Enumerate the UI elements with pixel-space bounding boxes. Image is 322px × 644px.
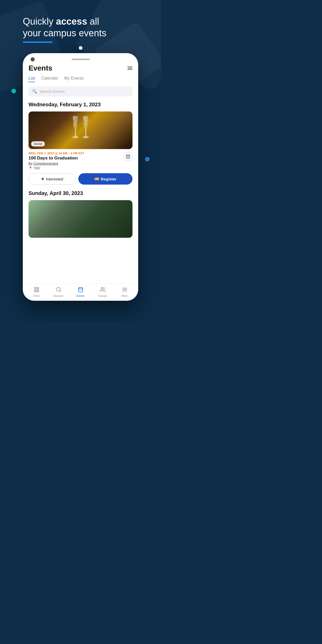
- white-dot-center: [79, 46, 82, 50]
- discover-label: Discover: [53, 295, 64, 297]
- events-icon: [78, 287, 83, 294]
- event-info-1: WED, FEB 1, 2023 @ 10 AM – 2 PM EST 100 …: [29, 152, 124, 170]
- search-icon: 🔍: [32, 89, 37, 94]
- event-card-1: Social WED, FEB 1, 2023 @ 10 AM – 2 PM E…: [29, 111, 132, 185]
- register-button[interactable]: 🎫 Register: [78, 173, 132, 185]
- event-location-1: 📍 TBD: [29, 166, 124, 170]
- svg-point-11: [85, 118, 85, 119]
- event-image-grad: [29, 200, 132, 238]
- phone-mockup: Events List Calendar My Events 🔍 Search …: [23, 53, 138, 301]
- event-datetime-1: WED, FEB 1, 2023 @ 10 AM – 2 PM EST: [29, 152, 124, 155]
- hero-underline: [23, 41, 53, 43]
- ticket-icon: 🎫: [94, 177, 99, 181]
- svg-marker-13: [83, 124, 88, 129]
- nav-item-events[interactable]: Events: [73, 287, 88, 297]
- svg-point-5: [74, 119, 75, 120]
- svg-point-2: [72, 136, 79, 138]
- search-bar[interactable]: 🔍 Search Events: [29, 86, 132, 96]
- tab-bar: List Calendar My Events: [29, 76, 132, 82]
- svg-rect-23: [37, 290, 38, 292]
- svg-marker-12: [73, 124, 78, 129]
- event-image-wrap-2: [29, 200, 132, 238]
- teal-dot-left: [11, 89, 16, 93]
- more-label: More: [122, 295, 128, 297]
- nav-item-groups[interactable]: Groups: [95, 287, 110, 297]
- svg-rect-21: [37, 288, 38, 289]
- tab-calendar[interactable]: Calendar: [41, 76, 58, 82]
- location-icon: 📍: [29, 166, 32, 170]
- star-icon: ★: [41, 177, 44, 181]
- svg-rect-20: [34, 288, 36, 289]
- event-image-wrap-1: Social: [29, 111, 132, 149]
- event-badge-1: Social: [31, 141, 45, 146]
- groups-label: Groups: [98, 295, 107, 297]
- nav-item-discover[interactable]: Discover: [51, 287, 66, 297]
- date-header-2: Sunday, April 30, 2023: [29, 190, 132, 197]
- blue-dot-right: [145, 157, 150, 162]
- event-name-1: 100 Days to Graduation: [29, 156, 124, 161]
- svg-rect-22: [34, 290, 36, 292]
- svg-rect-26: [78, 288, 83, 292]
- search-placeholder: Search Events: [39, 89, 65, 94]
- interested-button[interactable]: ★ Interested: [29, 173, 76, 185]
- nav-item-more[interactable]: More: [117, 287, 132, 297]
- phone-camera: [31, 57, 35, 61]
- groups-icon: [100, 287, 106, 294]
- svg-point-8: [83, 136, 89, 138]
- more-icon: [122, 287, 128, 294]
- nav-item-feed[interactable]: Feed: [29, 287, 44, 297]
- date-header-1: Wednesday, February 1, 2023: [29, 101, 132, 108]
- svg-point-4: [76, 121, 76, 122]
- discover-icon: [56, 287, 61, 294]
- phone-top-bar: [23, 53, 138, 64]
- tab-my-events[interactable]: My Events: [64, 76, 84, 82]
- filter-button[interactable]: [127, 67, 132, 70]
- svg-point-30: [101, 288, 103, 289]
- event-meta-1: WED, FEB 1, 2023 @ 10 AM – 2 PM EST 100 …: [29, 152, 132, 170]
- event-actions-1: ★ Interested 🎫 Register: [29, 173, 132, 185]
- events-header: Events: [29, 64, 132, 72]
- phone-notch: [72, 59, 90, 60]
- feed-icon: [34, 287, 39, 294]
- phone-content: Events List Calendar My Events 🔍 Search …: [23, 64, 138, 299]
- svg-point-10: [86, 120, 87, 121]
- event-card-2: [29, 200, 132, 238]
- svg-line-25: [60, 291, 61, 292]
- hero-section: Quickly access allyour campus events: [23, 16, 148, 43]
- add-to-calendar-button[interactable]: [124, 152, 132, 161]
- events-label: Events: [76, 295, 85, 297]
- event-by-1: By Commencement: [29, 162, 124, 165]
- tab-list[interactable]: List: [29, 76, 35, 82]
- champagne-glasses-svg: [65, 114, 96, 147]
- feed-label: Feed: [33, 295, 39, 297]
- bottom-nav: Feed Discover Events: [23, 283, 138, 301]
- page-title: Events: [29, 64, 52, 72]
